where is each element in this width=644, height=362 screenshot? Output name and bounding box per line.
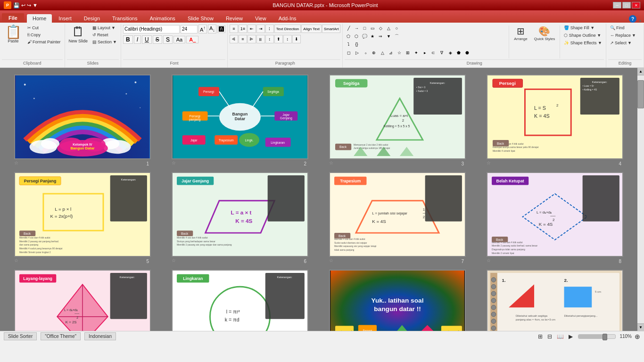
align-top-btn[interactable]: ⬆ [274, 35, 283, 43]
slide-item-9[interactable]: Layang-layang L = d₁×d₂ ── 2 K = 2S [7, 270, 158, 331]
align-right-btn[interactable]: ⫸ [248, 35, 256, 43]
format-painter-button[interactable]: 🖌 Format Painter [25, 39, 63, 45]
copy-button[interactable]: ⎘ Copy [25, 32, 63, 38]
shape-btn-10[interactable]: ✦ [413, 49, 420, 57]
paste-button[interactable]: 📋 Paste [2, 25, 25, 44]
tab-review[interactable]: Review [220, 14, 248, 23]
slide-thumb-9[interactable]: Layang-layang L = d₁×d₂ ── 2 K = 2S [14, 270, 151, 331]
bracket-btn[interactable]: {} [353, 41, 360, 48]
zoom-slider[interactable] [578, 334, 616, 339]
vertical-scrollbar[interactable]: ▲ ▼ [637, 68, 644, 331]
shape-btn-12[interactable]: ⊂ [429, 49, 437, 57]
underline-btn[interactable]: U [142, 35, 152, 44]
restore-btn[interactable]: □ [622, 2, 631, 8]
clear-format-btn[interactable]: 🅰 [217, 25, 225, 33]
decrease-indent-btn[interactable]: ⇤ [248, 25, 256, 33]
close-btn[interactable]: ✕ [632, 2, 640, 8]
slide-thumb-3[interactable]: Segitiga Keterangan: • Sisi = 3 • Sudut … [329, 74, 466, 159]
slide-item-4[interactable]: Persegi Keterangan: • Luas = S² • Kelili… [479, 74, 631, 166]
new-slide-button[interactable]: 🗒 New Slide [67, 25, 90, 44]
layout-button[interactable]: ▦ Layout ▼ [91, 25, 119, 31]
quick-styles-button[interactable]: 🎨 Quick Styles [531, 25, 558, 42]
shape-fill-btn[interactable]: 🪣 Shape Fill ▼ [562, 25, 604, 31]
tab-insert[interactable]: Insert [53, 14, 77, 23]
strikethrough-btn[interactable]: S [153, 35, 162, 44]
slide-item-12[interactable]: 1. 2. Diketahui sebuah segitiga panjang … [479, 270, 631, 331]
section-button[interactable]: ▤ Section ▼ [91, 39, 119, 45]
star-btn[interactable]: ★ [369, 33, 376, 40]
shape-btn-3[interactable]: ▷ [353, 49, 361, 57]
bold-btn[interactable]: B [123, 35, 133, 44]
slide-item-3[interactable]: Segitiga Keterangan: • Sisi = 3 • Sudut … [322, 74, 473, 166]
slide-thumb-10[interactable]: Lingkaran l = πr² k = πd Keterangan: [172, 270, 308, 331]
slide-thumb-11[interactable]: Yuk.. latihan soal bangun datar !! custo… [329, 270, 466, 331]
tab-home[interactable]: Home [27, 14, 52, 23]
shape-outline-btn[interactable]: ⬡ Shape Outline ▼ [562, 32, 604, 39]
slide-star-6[interactable]: ☆ [172, 258, 176, 263]
select-button[interactable]: ↗ Select ▼ [608, 40, 634, 46]
font-name-input[interactable] [123, 25, 180, 33]
shadow-btn[interactable]: S [163, 35, 173, 44]
slide-star-1[interactable]: ☆ [14, 160, 18, 165]
rect-shape-btn[interactable]: □ [361, 25, 368, 32]
increase-indent-btn[interactable]: ⇥ [256, 25, 265, 33]
columns-btn[interactable]: ⫶ [265, 25, 274, 33]
slide-thumb-7[interactable]: Trapesium L = jumlah sisi sejajar 1 ─ 2 … [329, 172, 466, 257]
slide-item-11[interactable]: Yuk.. latihan soal bangun datar !! custo… [322, 270, 473, 331]
slides-panel[interactable]: Kelompok IV Bangun Datar ☆ 1 [0, 68, 637, 331]
slide-thumb-5[interactable]: Persegi Panjang L = p × l K = 2x(p+l) Ke… [14, 172, 151, 257]
font-size-input[interactable]: 24 [181, 25, 198, 33]
help-button[interactable]: ? [629, 15, 636, 23]
tab-view[interactable]: View [249, 14, 272, 23]
callout-btn[interactable]: 💬 [361, 33, 368, 40]
diamond-btn[interactable]: ◇ [377, 25, 384, 32]
normal-view-btn[interactable]: ⊞ [537, 333, 544, 340]
shape-effects-btn[interactable]: ✨ Shape Effects ▼ [562, 40, 604, 46]
slide-star-2[interactable]: ☆ [172, 160, 176, 165]
more-shapes-btn[interactable]: ▼ [385, 33, 392, 40]
slide-sorter-tab[interactable]: Slide Sorter [4, 332, 37, 340]
replace-button[interactable]: ↔ Replace ▼ [608, 32, 638, 39]
arrow2-btn[interactable]: ⇒ [377, 33, 384, 40]
find-button[interactable]: 🔍 Find [608, 25, 627, 31]
increase-font-btn[interactable]: A↑ [198, 25, 207, 33]
numbering-btn[interactable]: 1≡ [239, 25, 247, 33]
shape-btn-2[interactable]: ◻ [345, 49, 352, 57]
zoom-fit-btn[interactable]: ⊕ [635, 333, 640, 340]
slide-item-5[interactable]: Persegi Panjang L = p × l K = 2x(p+l) Ke… [7, 172, 158, 264]
minimize-btn[interactable]: ─ [613, 2, 621, 8]
line-shape-btn[interactable]: ╱ [345, 25, 352, 32]
tab-addins[interactable]: Add-Ins [273, 14, 302, 23]
italic-btn[interactable]: I [134, 35, 141, 44]
text-direction-btn[interactable]: Text Direction [274, 25, 301, 33]
connector-btn[interactable]: ⤵ [345, 41, 352, 48]
slide-sorter-btn[interactable]: ⊟ [546, 333, 553, 340]
slide-item-6[interactable]: Jajar Genjang L = a × t K = 4S Memiliki … [164, 172, 316, 264]
slide-item-7[interactable]: Trapesium L = jumlah sisi sejajar 1 ─ 2 … [322, 172, 473, 264]
pentagon-btn[interactable]: ⬠ [345, 33, 352, 40]
tab-design[interactable]: Design [78, 14, 106, 23]
convert-smartart-btn[interactable]: SmartArt [322, 25, 341, 33]
minimize-ribbon-btn[interactable]: ▲ [638, 18, 642, 23]
shape-btn-11[interactable]: ▸ [421, 49, 429, 57]
shape-btn-14[interactable]: ◈ [446, 49, 454, 57]
shape-btn-5[interactable]: ⊕ [370, 49, 378, 57]
shape-btn-15[interactable]: ⬟ [455, 49, 462, 57]
slide-star-5[interactable]: ☆ [14, 258, 18, 263]
align-text-btn[interactable]: Align Text [301, 25, 322, 33]
slide-thumb-1[interactable]: Kelompok IV Bangun Datar [14, 74, 151, 159]
slide-star-3[interactable]: ☆ [329, 160, 333, 165]
align-left-btn[interactable]: ⫷ [230, 35, 238, 43]
arrow-shape-btn[interactable]: → [353, 25, 360, 32]
align-bottom-btn[interactable]: ⬇ [292, 35, 301, 43]
justify-btn[interactable]: ⫼ [256, 35, 265, 43]
decrease-font-btn[interactable]: A↓ [208, 25, 216, 33]
customize-icon[interactable]: ▼ [33, 2, 38, 8]
shape-btn-13[interactable]: ∇ [438, 49, 446, 57]
change-case-btn[interactable]: Aa [173, 36, 185, 43]
slide-thumb-12[interactable]: 1. 2. Diketahui sebuah segitiga panjang … [487, 270, 623, 331]
align-middle-btn[interactable]: ↕ [283, 35, 292, 43]
slide-thumb-2[interactable]: Bangun Datar Persegi Segitiga [172, 74, 308, 159]
shape-btn-8[interactable]: ☆ [396, 49, 403, 57]
reading-view-btn[interactable]: 📖 [555, 333, 565, 340]
